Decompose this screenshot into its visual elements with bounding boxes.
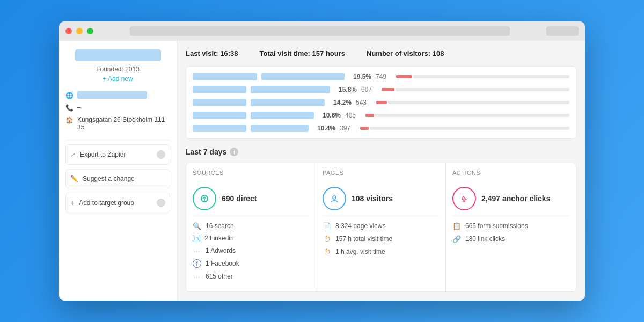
bar-right (261, 73, 345, 80)
info-item-phone: 📞 – (65, 104, 170, 112)
red-bar-container (376, 101, 569, 104)
gray-bar (375, 114, 569, 117)
maximize-button[interactable] (87, 28, 93, 34)
add-new-button[interactable]: + Add new (65, 75, 170, 83)
plus-icon: + (70, 199, 75, 207)
linkedin-icon: in (193, 235, 200, 242)
last-visit: Last visit: 16:38 (186, 49, 238, 57)
titlebar (59, 21, 585, 41)
bar-left (193, 73, 257, 80)
actions-main-stat-text: 2,497 anchor clicks (481, 194, 550, 203)
list-item: f 1 Facebook (193, 259, 309, 268)
table-row: 19.5% 749 (193, 73, 569, 80)
traffic-num: 607 (361, 86, 377, 93)
link-clicks-label: 180 link clicks (465, 235, 505, 243)
traffic-table: 19.5% 749 15.8% 607 (186, 66, 576, 139)
red-bar (382, 88, 394, 91)
clock-icon: ⏱ (323, 235, 331, 243)
location-icon: 🏠 (65, 116, 73, 124)
address-value: Kungsgatan 26 Stockholm 111 35 (77, 116, 170, 131)
visitors-label: Number of visitors: (367, 49, 430, 57)
search-label: 16 search (206, 222, 234, 230)
other-icon: ··· (193, 272, 201, 281)
edit-icon: ✏️ (70, 175, 78, 182)
traffic-num: 397 (340, 125, 356, 132)
form-submissions-label: 665 form submissions (465, 222, 528, 230)
table-row: 15.8% 607 (193, 86, 569, 93)
sidebar: Founded: 2013 + Add new 🌐 📞 – 🏠 Kungsgat… (59, 41, 177, 301)
form-icon: 📋 (452, 222, 461, 230)
svg-point-1 (333, 196, 336, 199)
pages-main-stat: 108 visitors (323, 181, 439, 216)
total-time: Total visit time: 157 hours (260, 49, 345, 57)
traffic-num: 543 (356, 99, 372, 106)
visitors-circle-icon (323, 187, 346, 210)
founded-label: Founded: 2013 (65, 65, 170, 73)
last-visit-label: Last visit: (186, 49, 218, 57)
adwords-icon: ··· (193, 246, 201, 255)
sources-column: Sources 690 direct 🔍 16 (186, 163, 316, 291)
export-zapier-button[interactable]: ↗ Export to Zapier (65, 144, 170, 165)
avg-clock-icon: ⏱ (323, 247, 331, 256)
red-bar-container (396, 75, 569, 78)
website-bar (77, 91, 147, 99)
company-info: 🌐 📞 – 🏠 Kungsgatan 26 Stockholm 111 35 (65, 91, 170, 131)
list-item: ··· 615 other (193, 272, 309, 281)
bar-right (251, 125, 309, 132)
main-panel: Last visit: 16:38 Total visit time: 157 … (177, 41, 585, 301)
suggest-change-label: Suggest a change (83, 175, 135, 182)
total-time-label: Total visit time: (260, 49, 310, 57)
info-item-address: 🏠 Kungsgatan 26 Stockholm 111 35 (65, 116, 170, 131)
titlebar-right-control (546, 26, 579, 36)
pages-header: Pages (323, 170, 439, 176)
list-item: ⏱ 157 h total visit time (323, 235, 439, 243)
facebook-label: 1 Facebook (206, 260, 239, 267)
facebook-icon: f (193, 259, 201, 268)
suggest-change-button[interactable]: ✏️ Suggest a change (65, 169, 170, 188)
address-bar[interactable] (130, 26, 510, 36)
list-item: 📋 665 form submissions (452, 222, 569, 230)
num-visitors: Number of visitors: 108 (367, 49, 444, 57)
red-bar (365, 114, 374, 117)
gray-bar (388, 101, 569, 104)
total-time-value: 157 hours (312, 49, 345, 57)
last-visit-value: 16:38 (220, 49, 238, 57)
red-bar (376, 101, 387, 104)
table-row: 10.6% 405 (193, 112, 569, 119)
traffic-num: 749 (376, 73, 392, 80)
close-button[interactable] (65, 28, 72, 34)
globe-icon: 🌐 (65, 92, 73, 99)
info-item-website: 🌐 (65, 91, 170, 99)
add-target-group-button[interactable]: + Add to target group (65, 193, 170, 213)
bar-right (251, 86, 330, 93)
phone-icon: 📞 (65, 104, 73, 112)
traffic-pct: 10.6% (318, 112, 341, 119)
actions-main-stat: 2,497 anchor clicks (452, 181, 569, 216)
add-target-group-label: Add to target group (79, 199, 134, 207)
total-visit-time-label: 157 h total visit time (335, 235, 392, 243)
list-item: 📄 8,324 page views (323, 222, 439, 230)
phone-value: – (77, 104, 81, 111)
bar-left (193, 86, 246, 93)
minimize-button[interactable] (76, 28, 83, 34)
gray-bar (413, 75, 569, 78)
actions-column: Actions 2,497 anchor clicks 📋 665 form s… (446, 163, 576, 291)
direct-circle-icon (193, 187, 216, 210)
table-row: 10.4% 397 (193, 125, 569, 132)
sources-main-stat: 690 direct (193, 181, 309, 216)
action-dot (157, 150, 165, 159)
red-bar-container (365, 114, 569, 117)
info-icon[interactable]: i (230, 148, 238, 156)
pageview-icon: 📄 (323, 222, 331, 230)
list-item: 🔗 180 link clicks (452, 235, 569, 243)
bar-right (251, 112, 314, 119)
table-row: 14.2% 543 (193, 99, 569, 106)
bar-left (193, 99, 246, 106)
traffic-pct: 14.2% (329, 99, 352, 106)
red-bar-container (382, 88, 569, 91)
adwords-label: 1 Adwords (206, 247, 236, 254)
bar-left (193, 112, 246, 119)
bar-right (251, 99, 325, 106)
share-icon: ↗ (70, 151, 76, 158)
pageviews-label: 8,324 page views (335, 222, 385, 230)
